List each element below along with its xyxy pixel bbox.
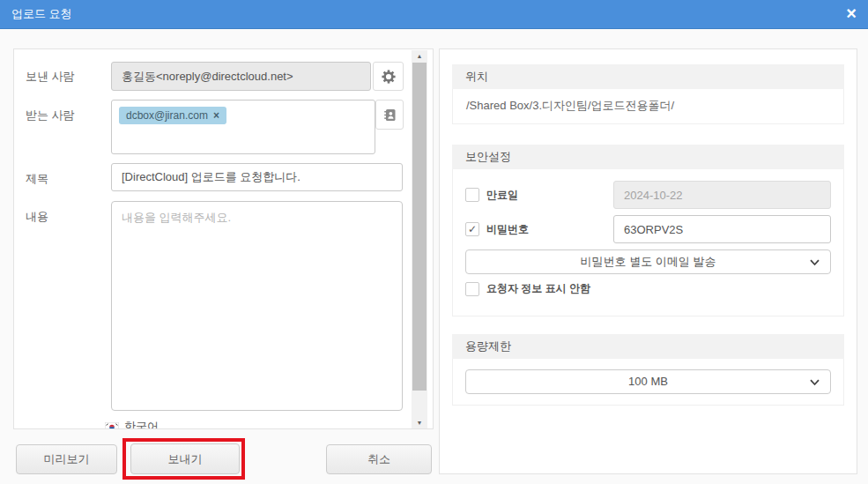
settings-panel: 위치 /Shared Box/3.디자인팀/업로드전용폴더/ 보안설정 만료일 … (439, 48, 857, 474)
compose-scrollbar[interactable]: ▲ ▼ (412, 50, 427, 428)
password-email-select[interactable]: 비밀번호 별도 이메일 발송 (465, 249, 831, 274)
chip-remove-icon[interactable]: × (213, 109, 219, 122)
capacity-select-value: 100 MB (628, 375, 668, 388)
language-label: 한국어 (124, 419, 159, 429)
compose-panel: 보낸 사람 받는 사람 dcbox@jiran.com × 제목 (13, 48, 434, 429)
location-section: 위치 /Shared Box/3.디자인팀/업로드전용폴더/ (452, 64, 844, 124)
security-header: 보안설정 (452, 145, 844, 169)
send-button[interactable]: 보내기 (130, 443, 240, 474)
scrollbar-thumb[interactable] (412, 63, 427, 391)
expiry-date-field (613, 181, 831, 209)
password-checkbox[interactable]: ✓ (465, 222, 479, 236)
capacity-header: 용량제한 (452, 334, 844, 359)
location-path: /Shared Box/3.디자인팀/업로드전용폴더/ (452, 89, 844, 124)
password-row: ✓ 비밀번호 (465, 215, 831, 243)
content-label: 내용 (26, 209, 48, 225)
gear-icon (382, 70, 396, 84)
recipient-label: 받는 사람 (26, 108, 75, 123)
password-email-select-value: 비밀번호 별도 이메일 발송 (581, 255, 716, 268)
chevron-down-icon (810, 379, 820, 386)
scroll-up-icon[interactable]: ▲ (412, 50, 427, 62)
password-label: 비밀번호 (486, 222, 529, 237)
password-field[interactable] (613, 215, 831, 243)
sender-field (111, 62, 371, 91)
dialog-title: 업로드 요청 (11, 0, 72, 28)
hide-requester-checkbox[interactable] (465, 282, 479, 296)
hide-requester-label: 요청자 정보 표시 안함 (486, 281, 590, 296)
korea-flag-icon (105, 422, 119, 430)
chevron-down-icon (810, 259, 820, 266)
address-book-button[interactable] (375, 100, 404, 130)
recipient-chip-text: dcbox@jiran.com (126, 109, 208, 122)
scroll-down-icon[interactable]: ▼ (412, 417, 427, 428)
location-header: 위치 (452, 64, 844, 89)
cancel-button[interactable]: 취소 (326, 444, 432, 474)
recipient-chip: dcbox@jiran.com × (119, 107, 226, 124)
subject-field[interactable] (111, 163, 403, 191)
close-icon[interactable]: × (846, 0, 857, 27)
address-book-icon (383, 108, 397, 122)
preview-button[interactable]: 미리보기 (16, 444, 117, 474)
hide-requester-row: 요청자 정보 표시 안함 (465, 281, 831, 296)
dialog-titlebar: 업로드 요청 × (0, 0, 868, 29)
expiry-row: 만료일 (465, 181, 831, 209)
capacity-select[interactable]: 100 MB (465, 369, 831, 394)
expiry-label: 만료일 (486, 188, 518, 203)
security-section: 보안설정 만료일 ✓ 비밀번호 비밀번호 별도 이메일 발송 (452, 145, 844, 316)
language-row[interactable]: 한국어 (105, 419, 159, 429)
capacity-section: 용량제한 100 MB (452, 334, 844, 406)
expiry-checkbox[interactable] (465, 188, 479, 202)
sender-settings-button[interactable] (373, 62, 404, 91)
sender-label: 보낸 사람 (26, 69, 75, 85)
recipient-field[interactable]: dcbox@jiran.com × (111, 100, 375, 154)
subject-label: 제목 (26, 171, 48, 187)
content-textarea[interactable] (111, 201, 403, 411)
